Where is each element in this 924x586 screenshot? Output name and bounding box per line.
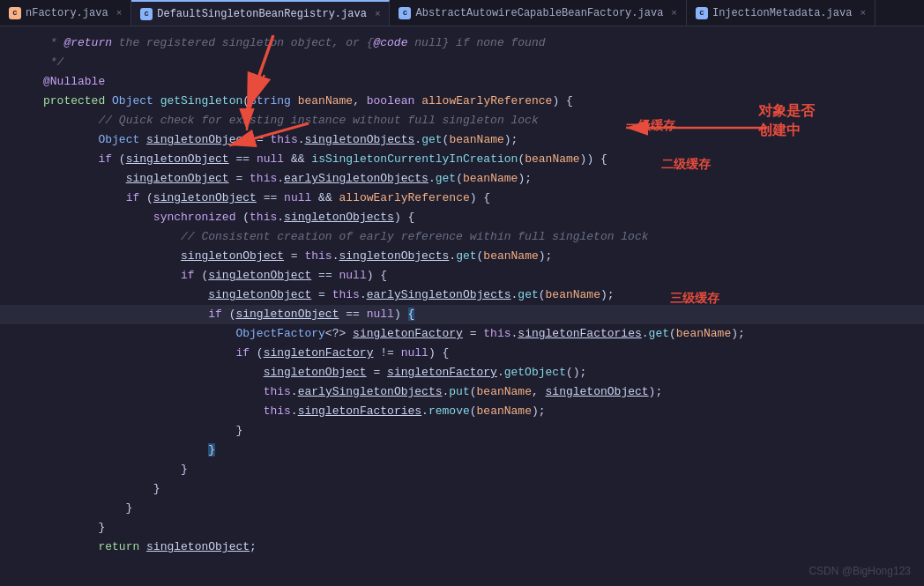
line-content: */ [40, 53, 924, 72]
tab-abstractautowire[interactable]: c AbstractAutowireCapableBeanFactory.jav… [390, 0, 686, 26]
line-content: } [40, 460, 924, 479]
line-content: if (singletonObject == null && allowEarl… [40, 189, 924, 208]
tab-label: nFactory.java [26, 7, 108, 19]
code-line-3: @Nullable [0, 72, 924, 92]
line-content: if (singletonObject == null) { [40, 305, 924, 324]
code-line-11: // Consistent creation of early referenc… [0, 227, 924, 247]
code-line-1: * @return the registered singleton objec… [0, 33, 924, 53]
line-content: } [40, 479, 924, 499]
tab-nfactory[interactable]: c nFactory.java × [0, 0, 131, 26]
cache3-label: 三级缓存 [670, 291, 719, 307]
tab-label2: AbstractAutowireCapableBeanFactory.java [415, 7, 663, 19]
line-content: } [40, 441, 924, 460]
tab-label-active: DefaultSingletonBeanRegistry.java [157, 8, 367, 20]
tab-close3[interactable]: × [860, 8, 866, 19]
code-line-10: synchronized (this.singletonObjects) { [0, 208, 924, 227]
code-line-16: ObjectFactory<?> singletonFactory = this… [0, 324, 924, 344]
tab-close-active[interactable]: × [375, 9, 381, 19]
code-line-21: } [0, 421, 924, 441]
line-content: * @return the registered singleton objec… [40, 33, 924, 53]
line-content: } [40, 499, 924, 518]
line-content: if (singletonObject == null && isSinglet… [40, 150, 924, 169]
line-content: if (singletonFactory != null) { [40, 344, 924, 363]
watermark: CSDN @BigHong123 [808, 565, 911, 577]
code-line-20: this.singletonFactories.remove(beanName)… [0, 402, 924, 421]
code-line-8: singletonObject = this.earlySingletonObj… [0, 169, 924, 189]
code-line-19: this.earlySingletonObjects.put(beanName,… [0, 382, 924, 402]
tab-injectionmetadata[interactable]: c InjectionMetadata.java × [687, 0, 876, 26]
line-content: synchronized (this.singletonObjects) { [40, 208, 924, 227]
tab-icon-orange: c [9, 7, 21, 19]
tab-close[interactable]: × [116, 8, 123, 19]
cache1-label: 一级缓存 [626, 118, 675, 134]
code-line-7: if (singletonObject == null && isSinglet… [0, 150, 924, 169]
tab-label3: InjectionMetadata.java [712, 7, 852, 19]
line-content: this.singletonFactories.remove(beanName)… [40, 402, 924, 421]
code-line-15: if (singletonObject == null) { [0, 305, 924, 324]
line-content: } [40, 421, 924, 441]
editor: * @return the registered singleton objec… [0, 26, 924, 586]
code-line-2: */ [0, 53, 924, 72]
tab-bar: c nFactory.java × c DefaultSingletonBean… [0, 0, 924, 26]
code-line-12: singletonObject = this.singletonObjects.… [0, 247, 924, 266]
cache2-label: 二级缓存 [661, 157, 711, 173]
tab-close2[interactable]: × [671, 8, 677, 19]
code-line-26: } [0, 518, 924, 538]
line-content: singletonObject = singletonFactory.getOb… [40, 363, 924, 382]
code-line-14: singletonObject = this.earlySingletonObj… [0, 286, 924, 305]
code-line-9: if (singletonObject == null && allowEarl… [0, 189, 924, 208]
line-content: return singletonObject; [40, 538, 924, 557]
line-content: singletonObject = this.singletonObjects.… [40, 247, 924, 266]
tab-icon-blue2: c [399, 7, 411, 19]
code-line-23: } [0, 460, 924, 479]
line-content: @Nullable [40, 72, 924, 92]
line-content: ObjectFactory<?> singletonFactory = this… [40, 324, 924, 344]
line-content: singletonObject = this.earlySingletonObj… [40, 169, 924, 189]
tab-icon-blue3: c [696, 7, 708, 19]
line-content: } [40, 518, 924, 538]
line-content: this.earlySingletonObjects.put(beanName,… [40, 382, 924, 402]
line-content: singletonObject = this.earlySingletonObj… [40, 286, 924, 305]
code-line-25: } [0, 499, 924, 518]
line-content: // Consistent creation of early referenc… [40, 227, 924, 247]
tab-icon-blue: c [140, 8, 153, 20]
code-line-13: if (singletonObject == null) { [0, 266, 924, 286]
line-content: if (singletonObject == null) { [40, 266, 924, 286]
code-line-24: } [0, 479, 924, 499]
creating-label: 对象是否 创建中 [758, 101, 815, 141]
code-line-18: singletonObject = singletonFactory.getOb… [0, 363, 924, 382]
code-line-22: } [0, 441, 924, 460]
tab-defaultsingleton[interactable]: c DefaultSingletonBeanRegistry.java × [131, 0, 390, 26]
code-line-17: if (singletonFactory != null) { [0, 344, 924, 363]
code-line-27: return singletonObject; [0, 538, 924, 557]
